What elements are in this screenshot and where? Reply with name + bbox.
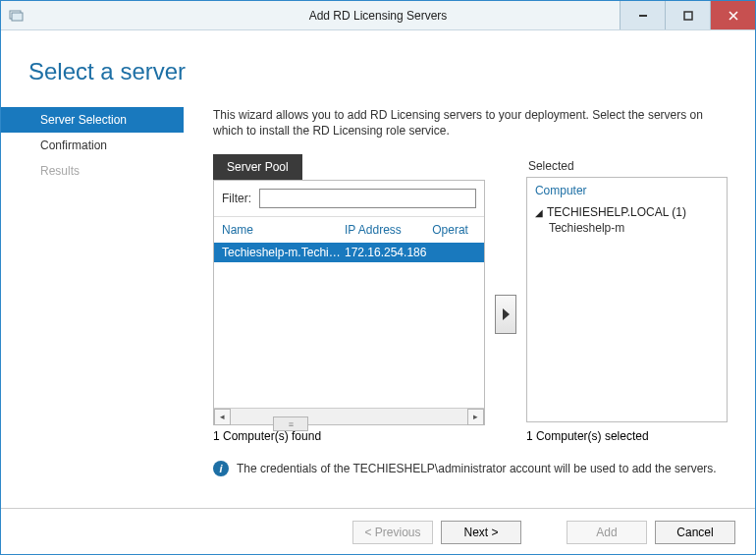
selected-panel-label: Selected [526,154,728,177]
svg-rect-1 [12,13,23,21]
svg-rect-3 [684,12,692,20]
tree-collapse-icon[interactable]: ◢ [535,207,543,218]
cancel-button[interactable]: Cancel [655,521,735,544]
info-text: The credentials of the TECHIESHELP\admin… [237,462,717,475]
computers-selected-text: 1 Computer(s) selected [526,429,728,443]
app-icon [9,8,25,24]
computers-found-text: 1 Computer(s) found [213,429,485,443]
horizontal-scrollbar[interactable]: ◂ ≡ ▸ [214,408,484,424]
window-controls [620,1,755,29]
close-button[interactable] [710,1,755,29]
intro-text: This wizard allows you to add RD Licensi… [213,107,728,139]
cell-ip: 172.16.254.186 [345,246,432,259]
column-os[interactable]: Operat [432,223,476,237]
add-button: Add [567,521,647,544]
filter-label: Filter: [222,192,251,205]
server-pool-panel: Server Pool Filter: Name IP Address Oper… [213,154,485,425]
domain-label: TECHIESHELP.LOCAL (1) [547,205,686,219]
add-server-button[interactable] [495,295,516,334]
svg-marker-6 [503,308,510,320]
column-name[interactable]: Name [222,223,345,237]
column-computer[interactable]: Computer [535,184,719,197]
filter-input[interactable] [259,189,476,208]
sidebar-item-confirmation[interactable]: Confirmation [1,133,184,158]
table-row[interactable]: Techieshelp-m.Techiesh... 172.16.254.186 [214,243,484,262]
column-ip[interactable]: IP Address [345,223,432,237]
credentials-info: i The credentials of the TECHIESHELP\adm… [213,461,728,476]
sidebar-item-results: Results [1,158,184,184]
wizard-steps-sidebar: Server Selection Confirmation Results [1,107,184,508]
cell-os [432,246,476,259]
scroll-thumb[interactable]: ≡ [273,416,308,431]
chevron-right-icon [501,307,511,321]
tree-domain-node[interactable]: ◢ TECHIESHELP.LOCAL (1) [535,205,719,219]
tab-server-pool[interactable]: Server Pool [213,154,302,180]
tree-computer-node[interactable]: Techieshelp-m [535,221,719,235]
scroll-left-icon[interactable]: ◂ [214,409,231,425]
title-bar: Add RD Licensing Servers [1,1,755,30]
minimize-button[interactable] [620,1,665,29]
info-icon: i [213,461,229,476]
sidebar-item-server-selection[interactable]: Server Selection [1,107,184,133]
maximize-button[interactable] [665,1,710,29]
page-title: Select a server [1,30,755,107]
grid-headers: Name IP Address Operat [214,217,484,243]
cell-name: Techieshelp-m.Techiesh... [222,246,345,259]
scroll-right-icon[interactable]: ▸ [467,409,484,425]
selected-panel: Selected Computer ◢ TECHIESHELP.LOCAL (1… [526,154,728,425]
next-button[interactable]: Next > [441,521,521,544]
wizard-footer: < Previous Next > Add Cancel [1,508,755,555]
previous-button: < Previous [352,521,433,544]
